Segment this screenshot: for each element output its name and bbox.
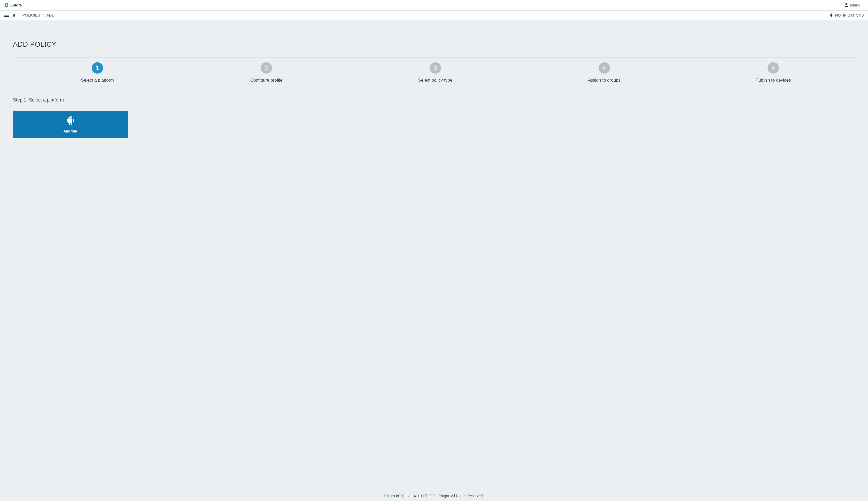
svg-point-1 bbox=[831, 16, 832, 17]
svg-rect-6 bbox=[68, 119, 72, 123]
brand-logo-icon bbox=[4, 3, 9, 8]
svg-point-5 bbox=[71, 117, 72, 118]
step-label: Publish to devices bbox=[755, 78, 791, 83]
topbar: Entgra admin bbox=[0, 0, 868, 11]
svg-rect-9 bbox=[69, 123, 70, 125]
step-number: 2 bbox=[261, 62, 272, 74]
page-title: ADD POLICY bbox=[13, 41, 858, 49]
svg-line-3 bbox=[71, 116, 72, 117]
breadcrumb-current: ADD bbox=[46, 13, 55, 17]
step-number: 1 bbox=[92, 62, 103, 74]
platform-grid: Android bbox=[13, 111, 858, 138]
step-number: 3 bbox=[430, 62, 441, 74]
step-number: 5 bbox=[768, 62, 779, 74]
nav-left: / POLICIES / ADD bbox=[4, 13, 54, 18]
brand[interactable]: Entgra bbox=[4, 3, 22, 8]
wizard-step-1[interactable]: 1 Select a platform bbox=[13, 62, 182, 83]
step-label: Select policy type bbox=[418, 78, 452, 83]
wizard-step-4[interactable]: 4 Assign to groups bbox=[520, 62, 689, 83]
notifications-button[interactable]: NOTIFICATIONS bbox=[829, 13, 864, 17]
svg-point-0 bbox=[846, 3, 847, 5]
menu-toggle-button[interactable] bbox=[4, 13, 9, 18]
brand-name: Entgra bbox=[10, 3, 22, 7]
content-area: ADD POLICY 1 Select a platform 2 Configu… bbox=[0, 20, 868, 169]
step-label: Select a platform bbox=[81, 78, 114, 83]
breadcrumb-home[interactable] bbox=[12, 13, 16, 17]
navbar-secondary: / POLICIES / ADD NOTIFICATIONS bbox=[0, 11, 868, 20]
step-label: Configure profile bbox=[250, 78, 283, 83]
step-heading: Step 1: Select a platform bbox=[13, 97, 858, 103]
wizard-steps: 1 Select a platform 2 Configure profile … bbox=[13, 57, 858, 83]
platform-label: Android bbox=[63, 129, 77, 133]
breadcrumb: / POLICIES / ADD bbox=[12, 13, 54, 17]
bell-icon bbox=[829, 13, 833, 17]
svg-point-4 bbox=[69, 117, 70, 118]
android-icon bbox=[66, 116, 74, 127]
svg-rect-10 bbox=[71, 123, 72, 125]
platform-card-android[interactable]: Android bbox=[13, 111, 128, 138]
wizard-step-3[interactable]: 3 Select policy type bbox=[351, 62, 520, 83]
breadcrumb-separator: / bbox=[19, 13, 20, 17]
user-name: admin bbox=[850, 3, 860, 7]
svg-rect-8 bbox=[73, 119, 74, 122]
wizard-step-5[interactable]: 5 Publish to devices bbox=[689, 62, 858, 83]
notifications-label: NOTIFICATIONS bbox=[835, 13, 864, 17]
svg-line-2 bbox=[69, 116, 69, 117]
wizard-step-2[interactable]: 2 Configure profile bbox=[182, 62, 351, 83]
breadcrumb-separator: / bbox=[43, 13, 44, 17]
breadcrumb-policies[interactable]: POLICIES bbox=[22, 13, 40, 17]
svg-rect-7 bbox=[67, 119, 68, 122]
step-label: Assign to groups bbox=[588, 78, 621, 83]
user-icon bbox=[844, 3, 848, 8]
step-number: 4 bbox=[599, 62, 610, 74]
caret-down-icon bbox=[862, 5, 864, 6]
user-menu[interactable]: admin bbox=[844, 3, 864, 8]
